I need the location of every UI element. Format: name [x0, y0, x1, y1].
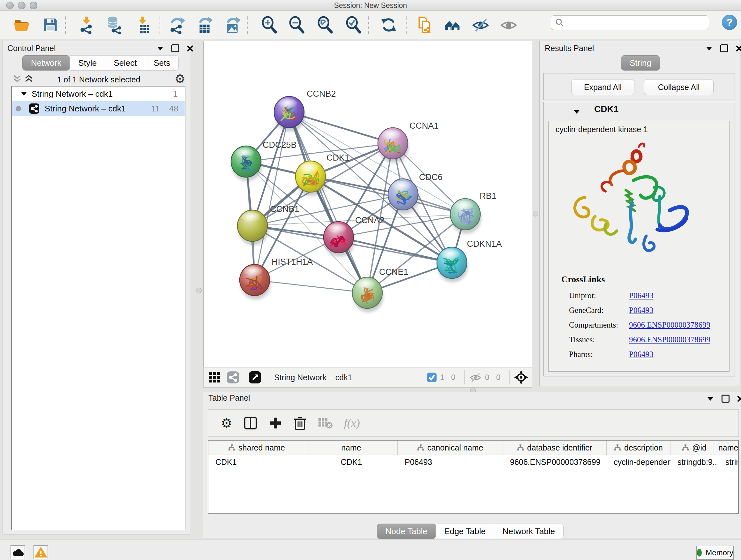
- network-canvas[interactable]: CCNB2CCNA1CDC25BCDK1CDC6RB1CCNB1CCNA2CDK…: [203, 41, 532, 367]
- network-view-icon[interactable]: [226, 371, 239, 384]
- network-node-RB1[interactable]: RB1: [450, 191, 496, 234]
- network-node-CDC25B[interactable]: CDC25B: [231, 140, 297, 181]
- import-network-from-file-button[interactable]: [77, 15, 96, 35]
- open-session-button[interactable]: [12, 15, 31, 35]
- cloud-icon: [12, 548, 24, 557]
- zoom-in-button[interactable]: [260, 15, 279, 35]
- column-header-@id[interactable]: @id: [670, 441, 718, 455]
- help-button[interactable]: ?: [722, 15, 737, 30]
- node-table[interactable]: shared namenamecanonical namedatabase id…: [208, 440, 739, 514]
- column-header-database-identifier[interactable]: database identifier: [503, 441, 607, 455]
- table-cell[interactable]: CDK1: [305, 457, 398, 467]
- tab-select[interactable]: Select: [105, 55, 145, 71]
- zoom-out-button[interactable]: [287, 15, 307, 35]
- crosslink-link[interactable]: 9606.ENSP00000378699: [629, 320, 711, 329]
- table-row[interactable]: CDK1CDK1P064939606.ENSP00000378699cyclin…: [208, 455, 738, 469]
- network-graph[interactable]: CCNB2CCNA1CDC25BCDK1CDC6RB1CCNB1CCNA2CDK…: [204, 41, 532, 367]
- delete-column-trash-icon[interactable]: [293, 416, 307, 430]
- network-node-CDK1[interactable]: CDK1: [295, 153, 349, 196]
- pan-crosshair-icon[interactable]: [514, 370, 528, 384]
- main-toolbar: ?: [0, 11, 741, 39]
- refresh-layout-icon: [380, 16, 398, 34]
- network-node-CDKN1A[interactable]: CDKN1A: [437, 239, 502, 282]
- table-options-gear-icon[interactable]: ⚙: [221, 416, 232, 430]
- delete-table-icon[interactable]: [318, 417, 333, 429]
- search-input[interactable]: [551, 15, 709, 30]
- network-node-CCNE1[interactable]: CCNE1: [352, 267, 408, 312]
- crosslink-link[interactable]: 9606.ENSP00000378699: [629, 335, 711, 344]
- network-node-HIST1H1A[interactable]: HIST1H1A: [240, 257, 313, 300]
- expand-all-tree-icon[interactable]: [24, 74, 33, 83]
- column-header-shared-name[interactable]: shared name: [208, 441, 305, 455]
- card-expander-icon[interactable]: [573, 109, 580, 114]
- birdseye-view-icon[interactable]: [249, 371, 261, 384]
- warnings-button[interactable]: [33, 545, 48, 559]
- left-splitter-handle[interactable]: [196, 288, 202, 294]
- right-splitter-handle[interactable]: [533, 211, 538, 216]
- tab-network-table[interactable]: Network Table: [494, 523, 563, 539]
- tab-string[interactable]: String: [621, 55, 660, 71]
- network-node-CCNB2[interactable]: CCNB2: [274, 89, 336, 132]
- hide-selected-button[interactable]: [471, 15, 490, 35]
- crosslink-link[interactable]: P06493: [629, 291, 653, 300]
- tab-node-table[interactable]: Node Table: [377, 523, 436, 539]
- panel-close-icon[interactable]: [737, 395, 741, 402]
- crosslink-label: Tissues:: [569, 335, 629, 344]
- network-options-gear-icon[interactable]: ⚙: [175, 72, 185, 86]
- table-cell[interactable]: stringdb: [718, 457, 739, 467]
- status-bar: Memory: [0, 540, 741, 560]
- network-collection-row[interactable]: String Network – cdk1 1: [12, 86, 185, 101]
- panel-float-icon[interactable]: [720, 44, 728, 52]
- hidden-elements-eye-icon[interactable]: [469, 372, 482, 382]
- panel-float-icon[interactable]: [722, 395, 730, 402]
- panel-close-icon[interactable]: [736, 45, 741, 52]
- export-table-button[interactable]: [195, 15, 214, 35]
- table-cell[interactable]: CDK1: [208, 457, 305, 467]
- tree-expander-icon[interactable]: [21, 91, 27, 97]
- import-network-from-database-button[interactable]: [105, 15, 124, 35]
- tab-sets[interactable]: Sets: [145, 55, 179, 71]
- memory-button[interactable]: Memory: [696, 546, 734, 560]
- table-cell[interactable]: 9606.ENSP00000378699: [503, 457, 607, 467]
- tab-network[interactable]: Network: [22, 55, 70, 71]
- column-header-name[interactable]: name: [305, 441, 398, 455]
- collapse-all-tree-icon[interactable]: [13, 74, 21, 83]
- panel-float-icon[interactable]: [172, 44, 179, 52]
- crosslink-link[interactable]: P06493: [629, 350, 653, 359]
- zoom-selected-button[interactable]: [344, 15, 363, 35]
- tab-edge-table[interactable]: Edge Table: [435, 523, 494, 539]
- column-header-canonical-name[interactable]: canonical name: [398, 441, 503, 455]
- panel-menu-icon[interactable]: [707, 396, 714, 401]
- tab-style[interactable]: Style: [70, 55, 105, 71]
- add-column-icon[interactable]: [269, 416, 282, 430]
- table-cell[interactable]: P06493: [398, 457, 503, 467]
- table-cell[interactable]: cyclin-dependent ...: [607, 457, 670, 467]
- import-table-from-file-button[interactable]: [133, 15, 152, 35]
- selected-nodes-checkbox-icon[interactable]: [427, 372, 437, 382]
- collapse-all-button[interactable]: Collapse All: [644, 79, 714, 95]
- export-image-button[interactable]: [223, 15, 242, 35]
- table-cell[interactable]: stringdb:9...: [670, 457, 718, 467]
- export-network-button[interactable]: [167, 15, 186, 35]
- cloud-status-button[interactable]: [10, 545, 25, 559]
- show-all-button[interactable]: [499, 15, 518, 35]
- apply-preferred-layout-button[interactable]: [379, 15, 398, 35]
- network-node-CDC6[interactable]: CDC6: [388, 172, 443, 214]
- column-header-namespace[interactable]: namespace: [718, 441, 739, 455]
- panel-close-icon[interactable]: [187, 45, 193, 52]
- save-session-button[interactable]: [41, 15, 60, 35]
- network-row[interactable]: String Network – cdk1 11 48: [12, 101, 185, 116]
- network-node-CCNA1[interactable]: CCNA1: [378, 121, 439, 163]
- column-header-description[interactable]: description: [607, 441, 670, 455]
- grid-view-icon[interactable]: [209, 371, 221, 383]
- show-columns-icon[interactable]: [244, 416, 257, 430]
- zoom-fit-content-button[interactable]: [316, 15, 335, 35]
- function-builder-icon[interactable]: f(x): [344, 416, 360, 430]
- expand-all-button[interactable]: Expand All: [571, 79, 634, 95]
- crosslink-link[interactable]: P06493: [629, 306, 653, 315]
- select-first-neighbors-button[interactable]: [443, 15, 462, 35]
- panel-menu-icon[interactable]: [705, 46, 713, 51]
- control-panel: Control Panel NetworkStyleSelectSets 1 o…: [3, 41, 190, 535]
- clone-network-button[interactable]: [415, 15, 434, 35]
- panel-menu-icon[interactable]: [157, 46, 164, 51]
